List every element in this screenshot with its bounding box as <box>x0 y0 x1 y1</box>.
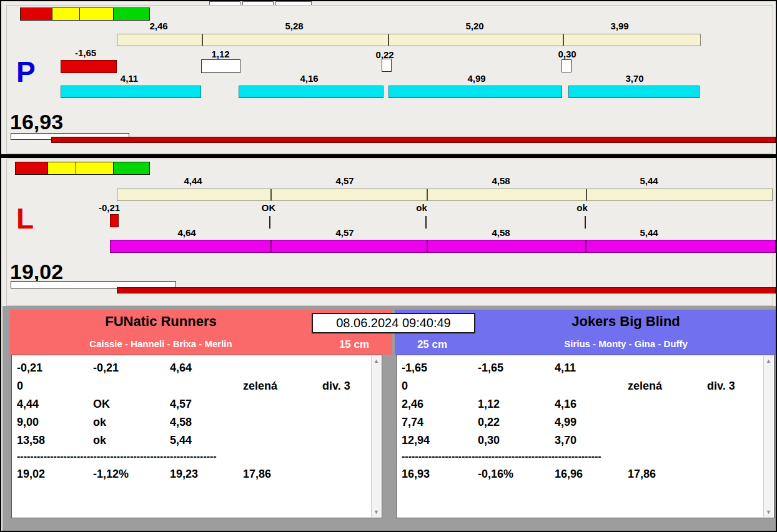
start-offset-label-l: -0,21 <box>84 202 134 214</box>
team-right-members: Sirius - Monty - Gina - Duffy <box>476 338 776 349</box>
team-right-results-table: -1,65-1,654,110zelenádiv. 32,461,124,167… <box>396 355 775 518</box>
table-cell: OK <box>93 398 170 411</box>
scroll-down-icon[interactable]: ▼ <box>372 509 381 515</box>
table-cell: -0,21 <box>17 362 93 375</box>
summary-row: 16,93 -0,16% 16,96 17,86 <box>402 465 759 483</box>
status-label-l-1: OK <box>244 202 294 214</box>
table-cell: 4,64 <box>170 362 243 375</box>
split-label-p-3: 5,20 <box>450 21 500 32</box>
run-label-l-1: 4,64 <box>162 227 212 239</box>
table-separator: ----------------------------------------… <box>17 450 249 465</box>
scrollbar-vertical[interactable]: ▲ ▼ <box>371 356 381 517</box>
table-cell: -1,65 <box>402 362 478 375</box>
summary-percent: -0,16% <box>478 468 555 481</box>
table-cell: 12,94 <box>402 434 478 447</box>
relay-bar-l <box>110 240 776 253</box>
table-cell: 2,46 <box>402 398 478 411</box>
run-label-l-3: 4,58 <box>476 227 526 239</box>
split-label-l-3: 4,58 <box>476 175 526 187</box>
team-right-jump-height: 25 cm <box>404 338 460 351</box>
table-cell: -0,21 <box>93 362 170 375</box>
team-left-results-table: -0,21-0,214,640zelenádiv. 34,44OK4,579,0… <box>11 355 382 518</box>
table-row: 12,940,303,70 <box>402 431 759 450</box>
table-cell: 9,00 <box>17 416 93 429</box>
run-label-p-4: 3,70 <box>610 73 660 84</box>
table-cell: -1,65 <box>478 362 555 375</box>
start-light-green-l <box>113 162 150 175</box>
table-cell: 0,22 <box>478 416 555 429</box>
run-bar-p-3 <box>388 86 562 98</box>
change-label-p-3: 0,30 <box>542 49 592 60</box>
summary-total: 19,02 <box>17 468 93 481</box>
segment-divider <box>586 189 587 200</box>
table-row: 0zelenádiv. 3 <box>17 377 367 395</box>
run-bar-p-2 <box>239 86 384 98</box>
table-separator: ----------------------------------------… <box>402 450 634 465</box>
change-box-p-1 <box>201 59 240 73</box>
split-bar-l <box>117 189 773 201</box>
table-cell: 0 <box>17 380 93 393</box>
scroll-up-icon[interactable]: ▲ <box>372 358 381 364</box>
table-row: 4,44OK4,57 <box>17 395 367 413</box>
team-left-name: FUNatic Runners <box>10 313 312 330</box>
table-row: 7,740,224,99 <box>402 413 759 431</box>
split-label-l-4: 5,44 <box>624 175 674 187</box>
status-label-l-3: ok <box>557 202 607 214</box>
start-light-green-p <box>113 7 150 21</box>
scrollbar-vertical[interactable]: ▲ ▼ <box>763 356 773 517</box>
table-row: 0zelenádiv. 3 <box>402 377 759 395</box>
run-label-p-2: 4,16 <box>284 73 334 84</box>
change-box-p-2 <box>382 59 392 72</box>
panel-divider <box>1 154 777 158</box>
timestamp: 08.06.2024 09:40:49 <box>336 316 451 330</box>
table-cell: 4,44 <box>17 398 93 411</box>
table-cell: div. 3 <box>707 380 759 393</box>
table-row: -0,21-0,214,64 <box>17 359 367 377</box>
table-cell: 7,74 <box>402 416 478 429</box>
summary-record: 17,86 <box>628 468 707 481</box>
table-cell: 3,70 <box>555 434 628 447</box>
split-label-p-1: 2,46 <box>134 21 184 32</box>
lane-letter-l: L <box>16 204 34 233</box>
table-cell: 0,30 <box>478 434 555 447</box>
table-cell: 4,99 <box>555 416 628 429</box>
run-label-p-3: 4,99 <box>452 73 502 84</box>
summary-record: 17,86 <box>243 468 322 481</box>
segment-divider <box>202 34 203 46</box>
table-row: 2,461,124,16 <box>402 395 759 413</box>
segment-divider <box>427 189 428 200</box>
table-cell: div. 3 <box>322 380 367 393</box>
table-body: -0,21-0,214,640zelenádiv. 34,44OK4,579,0… <box>17 359 367 450</box>
change-tick-l-2 <box>425 216 427 229</box>
table-cell: zelená <box>628 380 707 393</box>
summary-percent: -1,12% <box>93 468 170 481</box>
flyball-timing-window: 2,46 5,28 5,20 3,99 P -1,65 1,12 0,22 0,… <box>0 0 777 532</box>
table-cell: 0 <box>402 380 478 393</box>
start-light-yellow1-l <box>47 162 76 175</box>
table-row: -1,65-1,654,11 <box>402 359 759 377</box>
segment-divider <box>270 240 272 252</box>
progress-bar-l <box>117 287 776 293</box>
change-tick-l-1 <box>269 216 270 229</box>
table-cell: 4,58 <box>170 416 243 429</box>
team-left-jump-height: 15 cm <box>326 338 382 351</box>
summary-row: 19,02 -1,12% 19,23 17,86 <box>17 465 367 483</box>
table-cell: 4,11 <box>555 362 628 375</box>
progress-bar-p <box>51 137 776 143</box>
start-light-yellow1-p <box>52 7 80 21</box>
split-label-p-2: 5,28 <box>269 21 319 32</box>
run-label-l-2: 4,57 <box>320 227 370 239</box>
summary-total: 16,93 <box>402 468 478 481</box>
scroll-up-icon[interactable]: ▲ <box>764 358 773 364</box>
scroll-down-icon[interactable]: ▼ <box>764 509 773 515</box>
table-cell: 4,57 <box>170 398 243 411</box>
split-label-p-4: 3,99 <box>595 21 645 32</box>
run-bar-p-1 <box>61 86 201 98</box>
start-light-yellow2-l <box>76 162 114 175</box>
start-light-yellow2-p <box>79 7 114 21</box>
split-bar-p <box>117 34 701 46</box>
timestamp-box: 08.06.2024 09:40:49 <box>312 313 475 333</box>
run-label-p-1: 4,11 <box>104 73 154 84</box>
summary-sum: 19,23 <box>170 468 243 481</box>
segment-divider <box>270 189 272 200</box>
